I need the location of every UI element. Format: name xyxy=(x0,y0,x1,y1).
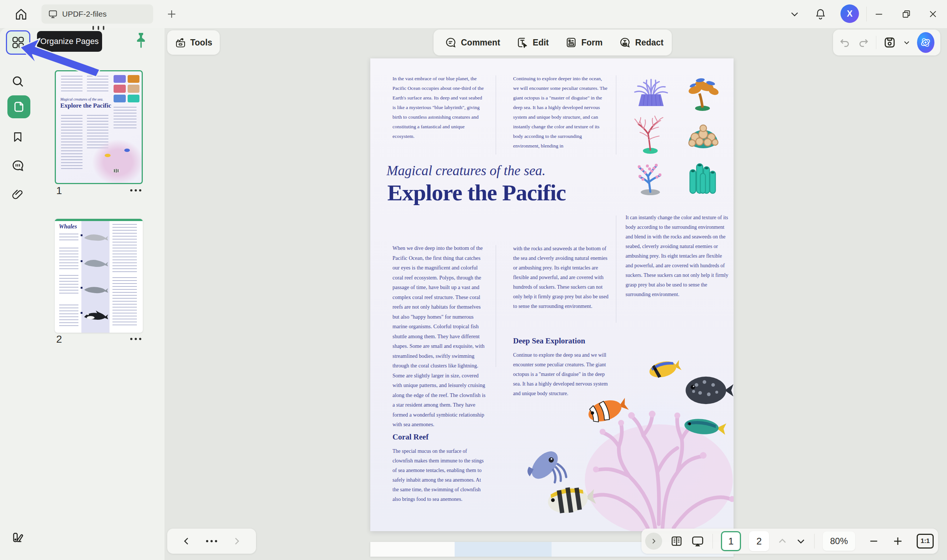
toolbox-icon xyxy=(174,37,187,48)
presentation-mode-button[interactable] xyxy=(691,534,704,548)
mini-text-block xyxy=(59,234,79,243)
column-divider xyxy=(496,245,496,367)
tools-button[interactable]: Tools xyxy=(167,30,220,55)
middle-column-paragraph: with the rocks and seaweeds at the botto… xyxy=(513,244,610,311)
orca-illustration xyxy=(83,309,109,322)
menu-collapse-button[interactable] xyxy=(787,7,802,22)
notifications-button[interactable] xyxy=(813,7,828,22)
statusbar-separator xyxy=(713,534,713,549)
orange-tree-coral-illustration xyxy=(683,74,724,111)
statusbar-separator xyxy=(814,534,814,549)
mini-coral-grid xyxy=(114,75,139,102)
actual-size-label: 1:1 xyxy=(921,537,930,545)
swatches-icon xyxy=(11,531,25,545)
monitor-icon xyxy=(48,9,58,19)
deep-sea-heading: Deep Sea Exploration xyxy=(513,336,585,346)
sidebar-item-attachments[interactable] xyxy=(5,182,30,207)
page-subtitle: Magical creatures of the sea. xyxy=(387,163,546,178)
panel-drag-handle[interactable] xyxy=(93,26,104,30)
toolbar-separator xyxy=(876,36,876,49)
whale-illustration xyxy=(83,257,109,269)
plus-icon xyxy=(166,9,177,20)
edit-text-icon xyxy=(517,37,528,48)
save-options-chevron-icon[interactable] xyxy=(903,39,910,46)
column-divider xyxy=(616,215,616,323)
title-bar: UPDF-2-files X xyxy=(0,0,947,28)
restore-icon xyxy=(901,9,911,19)
thumbnail-1-number: 1 xyxy=(56,185,62,197)
column-divider xyxy=(616,75,616,154)
sergeant-fish-illustration xyxy=(545,479,598,520)
restore-button[interactable] xyxy=(899,7,914,22)
annotation-arrow xyxy=(17,37,104,81)
intro-paragraph-1: In the vast embrace of our blue planet, … xyxy=(392,74,486,141)
mini-coral-photo xyxy=(92,139,143,184)
chevron-down-icon xyxy=(790,9,800,19)
mini-text-block xyxy=(113,277,137,328)
page-2-button[interactable]: 2 xyxy=(749,531,769,551)
sidebar-item-page-thumbnails[interactable] xyxy=(8,95,30,118)
close-icon xyxy=(928,9,938,19)
save-button[interactable] xyxy=(883,36,896,49)
expand-panel-button[interactable] xyxy=(645,533,662,550)
thumbnail-page-2[interactable]: Whales xyxy=(55,219,143,333)
forward-button[interactable] xyxy=(231,536,242,546)
thumbnail-2-more-options-icon[interactable] xyxy=(130,338,141,340)
redact-icon xyxy=(619,37,631,48)
mini-text-block xyxy=(59,305,79,327)
undo-button[interactable] xyxy=(839,37,851,48)
coral-illustrations-grid xyxy=(625,72,729,197)
back-button[interactable] xyxy=(181,536,191,546)
redact-button[interactable]: Redact xyxy=(611,29,672,55)
mini-text-block xyxy=(61,115,82,171)
purple-anemone-illustration xyxy=(630,75,672,111)
pin-panel-button[interactable] xyxy=(133,32,149,49)
sidebar-item-bookmarks[interactable] xyxy=(5,124,30,149)
whale-illustration xyxy=(83,231,109,243)
mini-text-block xyxy=(114,107,137,129)
form-icon xyxy=(565,37,577,48)
form-button[interactable]: Form xyxy=(557,29,611,55)
minimize-button[interactable] xyxy=(871,7,886,22)
close-button[interactable] xyxy=(925,7,940,22)
previous-page-button[interactable] xyxy=(777,536,788,546)
comment-label: Comment xyxy=(461,38,500,48)
teal-tube-sponge-illustration xyxy=(684,157,722,195)
two-page-view-button[interactable] xyxy=(670,535,683,548)
new-tab-button[interactable] xyxy=(165,8,178,21)
user-avatar[interactable]: X xyxy=(841,5,859,23)
document-canvas: In the vast embrace of our blue planet, … xyxy=(165,28,947,560)
actual-size-button[interactable]: 1:1 xyxy=(917,534,934,549)
redo-button[interactable] xyxy=(858,37,869,48)
ai-assistant-button[interactable] xyxy=(917,32,935,53)
home-button[interactable] xyxy=(12,6,29,23)
next-page-button[interactable] xyxy=(796,536,806,546)
page-1-button[interactable]: 1 xyxy=(721,531,741,551)
comment-bubble-icon xyxy=(11,158,25,172)
column-divider xyxy=(496,75,496,154)
zoom-level-button[interactable]: 80% xyxy=(823,532,855,551)
titlebar-separator xyxy=(866,7,867,22)
thumbnail-1-more-options-icon[interactable] xyxy=(130,189,141,191)
zoom-in-button[interactable] xyxy=(892,535,903,547)
wrasse-illustration xyxy=(682,414,728,440)
sidebar-item-comments[interactable] xyxy=(5,153,30,178)
sidebar-item-swatches[interactable] xyxy=(5,525,30,550)
mode-toolbar: Comment Edit Form Redact xyxy=(433,29,672,55)
avatar-initial: X xyxy=(847,9,852,19)
history-more-options-icon[interactable] xyxy=(206,540,217,542)
comment-icon xyxy=(445,37,457,48)
redact-label: Redact xyxy=(635,38,664,48)
pdf-page-1[interactable]: In the vast embrace of our blue planet, … xyxy=(370,58,734,531)
comment-button[interactable]: Comment xyxy=(436,29,508,55)
mini-title: Explore the Pacific xyxy=(60,102,111,109)
document-tab[interactable]: UPDF-2-files xyxy=(42,5,153,24)
page-1-label: 1 xyxy=(728,535,734,547)
thumbnail-2-number: 2 xyxy=(56,334,62,345)
bookmark-icon xyxy=(11,131,24,143)
zoom-out-button[interactable] xyxy=(868,536,879,546)
right-column-paragraph: It can instantly change the color and te… xyxy=(626,213,730,299)
whale-illustration xyxy=(83,284,109,296)
edit-button[interactable]: Edit xyxy=(508,29,557,55)
thumbnail-page-1[interactable]: Magical creatures of the sea. Explore th… xyxy=(55,70,143,184)
